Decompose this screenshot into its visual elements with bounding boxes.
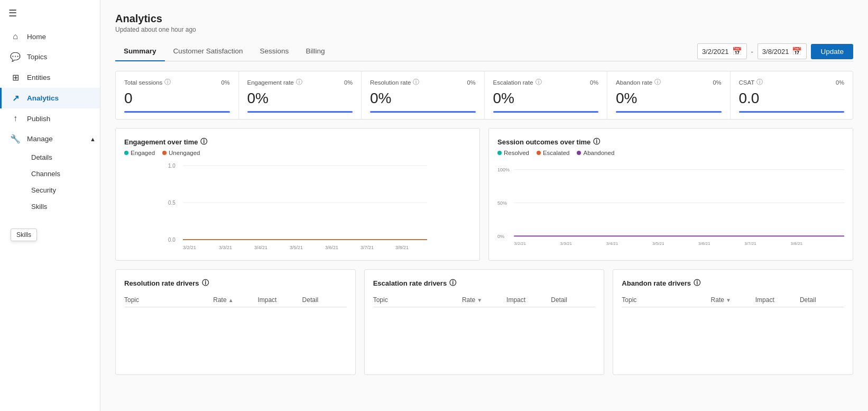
hamburger-menu[interactable]: ☰ bbox=[0, 0, 100, 26]
info-icon-resolution-rate[interactable]: ⓘ bbox=[413, 78, 419, 87]
sidebar-item-details[interactable]: Details bbox=[25, 149, 100, 166]
tabs-row: Summary Customer Satisfaction Sessions B… bbox=[115, 42, 853, 61]
entities-icon: ⊞ bbox=[10, 72, 21, 83]
analytics-icon: ↗ bbox=[10, 93, 21, 103]
kpi-label-engagement-rate: Engagement rate ⓘ bbox=[247, 78, 302, 87]
svg-text:3/5/21: 3/5/21 bbox=[652, 241, 664, 246]
resolution-driver-card: Resolution rate drivers ⓘ Topic Rate ▲ I… bbox=[115, 269, 356, 375]
col-detail-resolution: Detail bbox=[302, 296, 347, 304]
sidebar-item-publish[interactable]: ↑ Publish bbox=[0, 108, 100, 129]
resolution-driver-header: Topic Rate ▲ Impact Detail bbox=[124, 293, 347, 307]
charts-row: Engagement over time ⓘ Engaged Unengaged… bbox=[115, 128, 853, 261]
svg-text:1.0: 1.0 bbox=[168, 163, 176, 169]
info-icon-escalation-rate[interactable]: ⓘ bbox=[535, 78, 542, 87]
kpi-bar-total-sessions bbox=[124, 111, 230, 113]
home-icon: ⌂ bbox=[10, 32, 21, 41]
col-rate-abandon: Rate ▼ bbox=[711, 296, 755, 304]
col-rate-resolution: Rate ▲ bbox=[213, 296, 257, 304]
info-icon-abandon-rate[interactable]: ⓘ bbox=[654, 78, 661, 87]
sidebar-item-analytics[interactable]: ↗ Analytics bbox=[0, 88, 100, 108]
calendar-start-icon[interactable]: 📅 bbox=[732, 47, 742, 56]
date-start-value: 3/2/2021 bbox=[702, 48, 729, 56]
page-title: Analytics bbox=[115, 13, 853, 25]
date-end-input[interactable]: 3/8/2021 📅 bbox=[758, 43, 807, 59]
col-impact-escalation: Impact bbox=[506, 296, 551, 304]
kpi-value-escalation-rate: 0% bbox=[493, 90, 599, 107]
info-icon-csat[interactable]: ⓘ bbox=[756, 78, 763, 87]
svg-text:3/2/21: 3/2/21 bbox=[514, 241, 526, 246]
engagement-chart-svg: 1.0 0.5 0.0 3/2/21 3/3/21 3/4/21 3/5/21 … bbox=[124, 160, 471, 250]
svg-text:3/8/21: 3/8/21 bbox=[790, 241, 802, 246]
kpi-value-csat: 0.0 bbox=[739, 90, 845, 107]
tab-sessions[interactable]: Sessions bbox=[252, 42, 298, 61]
legend-dot-escalated bbox=[537, 151, 541, 155]
update-button[interactable]: Update bbox=[811, 44, 853, 59]
info-icon-escalation-drivers[interactable]: ⓘ bbox=[449, 278, 456, 288]
escalation-driver-header: Topic Rate ▼ Impact Detail bbox=[373, 293, 596, 307]
kpi-value-abandon-rate: 0% bbox=[616, 90, 722, 107]
sessions-chart-svg: 100% 50% 0% 3/2/21 3/3/21 3/4/21 3/5/21 bbox=[497, 160, 844, 250]
tab-customer-satisfaction[interactable]: Customer Satisfaction bbox=[165, 42, 252, 61]
tab-billing[interactable]: Billing bbox=[297, 42, 333, 61]
info-icon-abandon-drivers[interactable]: ⓘ bbox=[694, 278, 700, 288]
main-content: Analytics Updated about one hour ago Sum… bbox=[100, 0, 868, 411]
info-icon-engagement-chart[interactable]: ⓘ bbox=[200, 137, 207, 147]
publish-icon: ↑ bbox=[10, 114, 21, 123]
sidebar-item-channels[interactable]: Channels bbox=[25, 166, 100, 182]
sidebar-subitem-label: Security bbox=[31, 186, 56, 194]
tab-summary[interactable]: Summary bbox=[115, 42, 165, 61]
svg-text:3/5/21: 3/5/21 bbox=[290, 245, 303, 250]
col-rate-escalation: Rate ▼ bbox=[462, 296, 506, 304]
sidebar-item-label: Analytics bbox=[27, 94, 59, 102]
sidebar-item-label: Topics bbox=[27, 53, 47, 61]
sidebar-item-entities[interactable]: ⊞ Entities bbox=[0, 67, 100, 88]
date-start-input[interactable]: 3/2/2021 📅 bbox=[697, 43, 747, 59]
sidebar-item-label: Publish bbox=[27, 115, 50, 123]
calendar-end-icon[interactable]: 📅 bbox=[792, 47, 802, 56]
sessions-chart-title: Session outcomes over time ⓘ bbox=[497, 137, 844, 147]
legend-dot-abandoned bbox=[577, 151, 581, 155]
topics-icon: 💬 bbox=[10, 52, 21, 62]
kpi-row: Total sessions ⓘ 0% 0 Engagement rate ⓘ … bbox=[115, 71, 853, 120]
kpi-card-resolution-rate: Resolution rate ⓘ 0% 0% bbox=[362, 71, 485, 119]
legend-dot-engaged bbox=[124, 151, 128, 155]
kpi-card-engagement-rate: Engagement rate ⓘ 0% 0% bbox=[239, 71, 362, 119]
svg-text:3/6/21: 3/6/21 bbox=[698, 241, 710, 246]
svg-text:3/3/21: 3/3/21 bbox=[560, 241, 572, 246]
sidebar-item-skills[interactable]: Skills bbox=[25, 198, 100, 215]
svg-text:3/4/21: 3/4/21 bbox=[606, 241, 618, 246]
date-end-value: 3/8/2021 bbox=[762, 48, 789, 56]
date-separator: - bbox=[751, 48, 753, 56]
svg-text:0.0: 0.0 bbox=[168, 237, 176, 243]
kpi-card-total-sessions: Total sessions ⓘ 0% 0 bbox=[116, 71, 239, 119]
sidebar-item-topics[interactable]: 💬 Topics bbox=[0, 47, 100, 67]
info-icon-resolution-drivers[interactable]: ⓘ bbox=[202, 278, 209, 288]
sidebar-item-manage[interactable]: 🔧 Manage ▲ bbox=[0, 129, 100, 149]
kpi-label-escalation-rate: Escalation rate ⓘ bbox=[493, 78, 542, 87]
sidebar: ☰ ⌂ Home 💬 Topics ⊞ Entities ↗ Analytics… bbox=[0, 0, 100, 411]
info-icon-total-sessions[interactable]: ⓘ bbox=[164, 78, 171, 87]
svg-text:0.5: 0.5 bbox=[168, 200, 176, 206]
drivers-row: Resolution rate drivers ⓘ Topic Rate ▲ I… bbox=[115, 269, 853, 375]
col-detail-abandon: Detail bbox=[800, 296, 844, 304]
escalation-driver-card: Escalation rate drivers ⓘ Topic Rate ▼ I… bbox=[364, 269, 605, 375]
kpi-label-abandon-rate: Abandon rate ⓘ bbox=[616, 78, 661, 87]
legend-dot-unengaged bbox=[162, 151, 167, 155]
sidebar-item-home[interactable]: ⌂ Home bbox=[0, 26, 100, 47]
svg-text:3/7/21: 3/7/21 bbox=[361, 245, 374, 250]
sessions-chart-area: 100% 50% 0% 3/2/21 3/3/21 3/4/21 3/5/21 bbox=[497, 160, 844, 252]
svg-text:3/4/21: 3/4/21 bbox=[254, 245, 267, 250]
kpi-pct-abandon-rate: 0% bbox=[713, 79, 722, 86]
sort-icon-resolution[interactable]: ▲ bbox=[228, 297, 234, 303]
abandon-driver-header: Topic Rate ▼ Impact Detail bbox=[622, 293, 844, 307]
info-icon-sessions-chart[interactable]: ⓘ bbox=[593, 137, 600, 147]
page-subtitle: Updated about one hour ago bbox=[115, 26, 853, 33]
sort-icon-escalation[interactable]: ▼ bbox=[477, 297, 482, 303]
chevron-up-icon: ▲ bbox=[90, 136, 96, 142]
svg-text:3/7/21: 3/7/21 bbox=[744, 241, 756, 246]
sort-icon-abandon[interactable]: ▼ bbox=[726, 297, 731, 303]
kpi-value-engagement-rate: 0% bbox=[247, 90, 353, 107]
sidebar-item-security[interactable]: Security bbox=[25, 182, 100, 198]
kpi-pct-escalation-rate: 0% bbox=[590, 79, 598, 86]
info-icon-engagement-rate[interactable]: ⓘ bbox=[296, 78, 302, 87]
